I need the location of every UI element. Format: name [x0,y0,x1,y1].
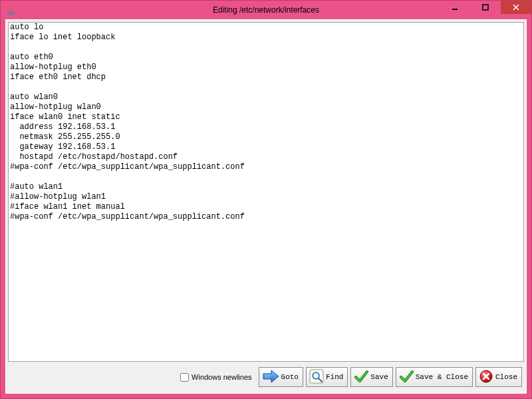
java-app-icon [6,5,17,15]
window-controls [440,1,531,14]
windows-newlines-option[interactable]: Windows newlines [180,373,251,382]
save-label: Save [370,373,388,381]
close-label: Close [495,373,517,381]
goto-button[interactable]: Goto [259,367,303,387]
check-icon [354,369,368,386]
save-button[interactable]: Save [350,367,392,387]
check-icon [399,369,414,386]
text-editor[interactable] [9,23,523,361]
client-area: Windows newlines Goto Find Save [5,19,527,394]
save-close-label: Save & Close [416,373,468,381]
goto-icon [262,369,279,386]
close-icon [479,369,493,386]
window-close-button[interactable] [501,1,531,14]
minimize-button[interactable] [440,1,470,14]
svg-point-6 [314,374,318,378]
window-frame: Editing /etc/network/interfaces Windows … [0,0,532,399]
editor-container [8,22,524,362]
close-button[interactable]: Close [475,367,522,387]
svg-rect-3 [483,5,488,10]
save-and-close-button[interactable]: Save & Close [396,367,473,387]
windows-newlines-label: Windows newlines [192,373,251,381]
svg-point-1 [7,13,15,15]
toolbar: Windows newlines Goto Find Save [9,364,523,390]
find-button[interactable]: Find [306,367,348,387]
find-icon [309,369,324,386]
titlebar[interactable]: Editing /etc/network/interfaces [1,1,531,19]
find-label: Find [326,373,343,381]
svg-rect-2 [452,9,458,10]
maximize-button[interactable] [470,1,501,14]
windows-newlines-checkbox[interactable] [180,373,189,382]
goto-label: Goto [281,373,299,381]
